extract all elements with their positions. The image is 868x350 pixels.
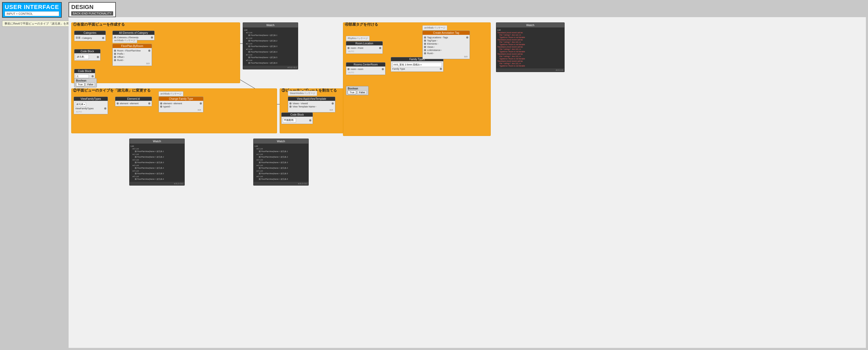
bool-true-btn[interactable]: True <box>76 83 85 86</box>
archilab-pkg-4: archibabパッケージ <box>423 25 447 30</box>
viewfamilytypes-value[interactable]: 諸元表 ▾ <box>75 102 86 107</box>
categories-node-header: Categories <box>74 31 105 35</box>
viewapplytemplate-node: View.ApplyViewTemplate Views › ViewId Vi… <box>288 97 335 112</box>
changefamilytype-node: Change Family Type element › element typ… <box>159 97 204 112</box>
ui-panel: USER INTERFACE INPUT + CONTROL <box>2 2 62 18</box>
boolean-4-header: Boolean <box>348 87 367 90</box>
viewfamilytypes-node: ViewFamilyTypes 諸元表 ▾ ViewFamilyTypes AU… <box>73 97 108 114</box>
codeblock-2-value[interactable]: 2; <box>76 75 89 78</box>
familytypes-node: Family Types AXS_室名 2.5mm:高積み ▾ Family T… <box>391 57 443 72</box>
section-2-label: ②平面ビューのタイプを「諸元表」に変更する <box>73 88 151 93</box>
watch-2-body: List ▸0 List 圖 FloorPlanView(Name = 諸元表-… <box>129 144 184 182</box>
floorplan-node: FloorPlan.ByRoom Room › FloorPlanView Pr… <box>113 44 152 66</box>
watch-3: Watch List ▸0 List 圖 FloorPlanView(Name … <box>253 139 309 185</box>
elementid-node: Element.Id element › element <box>115 97 152 106</box>
rhythm-pkg: Rhythmパッケージ <box>346 36 370 41</box>
categories-port-right <box>102 37 104 39</box>
watch-1-footer: d:3.2 i:3.1 <box>243 66 298 69</box>
design-panel-title: DESIGN <box>71 4 113 10</box>
categories-port-name: Category <box>82 37 92 39</box>
roomscenterroom-header: Rooms.CenterRoom <box>346 63 385 66</box>
roomscenterroom-node: Rooms.CenterRoom room › room AUTO <box>346 62 385 75</box>
boolean-1-header: Boolean <box>76 79 95 82</box>
codeblock-1-header: Code Block <box>74 49 100 53</box>
categories-port-label: 部屋 <box>76 36 81 39</box>
elementid-header: Element.Id <box>115 97 152 101</box>
watch-3-header: Watch <box>253 139 308 144</box>
roomlocation-header: Room.Location <box>346 41 382 46</box>
codeblock-3-header: Code Block <box>281 113 313 117</box>
familytypes-value[interactable]: AXS_室名 2.5mm:高積み ▾ <box>392 63 442 67</box>
boolean-1-node: Boolean True False <box>74 78 97 87</box>
archilab-pkg-2: archibabパッケージ <box>159 91 183 96</box>
section-2: ②平面ビューのタイプを「諸元表」に変更する ViewFamilyTypes 諸元… <box>71 88 277 133</box>
watch-2-footer: d:3.2 i:3.1 <box>129 182 184 185</box>
watch-error-body: List Traceback (most recent call las Fil… <box>496 27 564 68</box>
watch-2: Watch List ▸0 List 圖 FloorPlanView(Name … <box>129 139 185 185</box>
codeblock-1-port-out <box>97 56 99 58</box>
ui-panel-title: USER INTERFACE <box>5 4 59 10</box>
section-4-label: ④部屋タグを付ける <box>345 22 378 27</box>
section-1-label: ①各室の平面ビューを作成する <box>73 22 125 27</box>
design-panel-subtitle: BACK-END FUNCTIONALITY <box>71 11 113 16</box>
bool-4-false-btn[interactable]: False <box>357 91 367 94</box>
viewapplytemplate-header: View.ApplyViewTemplate <box>288 97 335 101</box>
design-panel: DESIGN BACK-END FUNCTIONALITY <box>69 2 116 17</box>
canvas-area: ①各室の平面ビューを作成する Categories 部屋 › Category … <box>69 17 866 348</box>
viewfamilytypes-header: ViewFamilyTypes <box>74 97 107 101</box>
all-elements-port-out <box>151 36 153 38</box>
watch-1-header: Watch <box>243 23 298 27</box>
codeblock-1-node: Code Block 諸元表; <box>74 49 100 61</box>
watch-1: Watch List ▸0 List 圖 FloorPlanView(Name … <box>243 23 298 69</box>
bool-false-btn[interactable]: False <box>86 83 95 86</box>
createannotationtag-node: Create Annotation Tag TagLocations › Tag… <box>423 31 470 59</box>
section-1: ①各室の平面ビューを作成する Categories 部屋 › Category … <box>71 23 240 83</box>
codeblock-1-value[interactable]: 諸元表; <box>76 55 89 59</box>
codeblock-2-header: Code Block <box>74 69 95 73</box>
watch-1-body: List ▸0 List 圖 FloorPlanView(Name = 諸元表-… <box>243 27 298 66</box>
watch-error-header: Watch <box>496 23 564 27</box>
section-4: ④部屋タグを付ける Rhythmパッケージ Room.Location room… <box>343 23 491 136</box>
floorplan-header: FloorPlan.ByRoom <box>113 44 152 48</box>
codeblock-3-node: Code Block 平面図用; <box>281 112 313 124</box>
all-elements-header: All Elements of Category <box>113 31 154 35</box>
bool-4-true-btn[interactable]: True <box>348 91 356 94</box>
createannotationtag-header: Create Annotation Tag <box>423 31 470 35</box>
watch-3-footer: d:3.2 i:3.1 <box>253 182 308 185</box>
archilab-pkg-1: archibabパッケージ <box>113 38 137 43</box>
ui-panel-subtitle: INPUT + CONTROL <box>5 11 59 16</box>
roomlocation-node: Room.Location room › Point AUTO <box>346 41 383 54</box>
boolean-4-node: Boolean True False <box>346 86 369 95</box>
changefamilytype-header: Change Family Type <box>159 97 203 101</box>
watch-2-header: Watch <box>129 139 184 144</box>
steamnodes-pkg: SteamNodesパッケージ <box>288 91 317 96</box>
watch-error-footer: d:2.1 i:1 <box>496 68 564 72</box>
watch-3-body: List ▸0 List 圖 FloorPlanView(Name = 諸元表-… <box>253 144 308 182</box>
codeblock-3-value[interactable]: 平面図用; <box>283 118 296 122</box>
categories-node: Categories 部屋 › Category <box>74 31 106 41</box>
watch-error: Watch List Traceback (most recent call l… <box>496 23 565 72</box>
